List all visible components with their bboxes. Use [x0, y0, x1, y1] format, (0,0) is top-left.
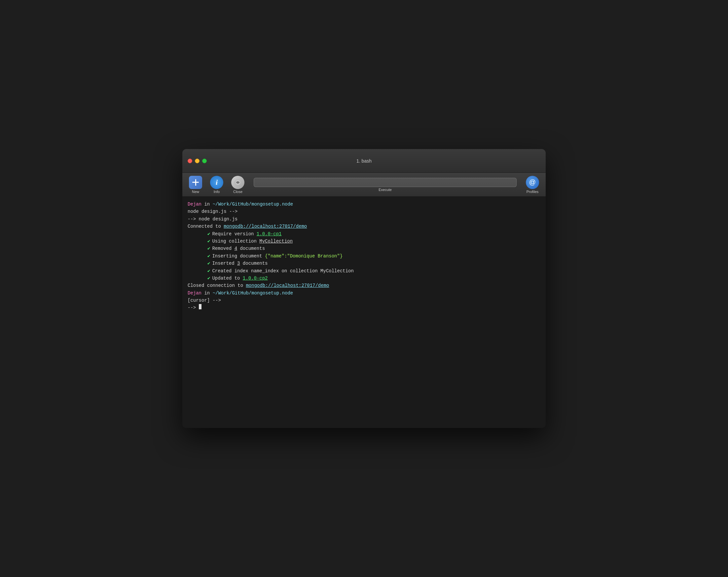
maximize-window-button[interactable] — [202, 159, 207, 163]
terminal-text: 4 — [235, 245, 237, 252]
terminal-text: 1.0.0-cp1 — [257, 230, 282, 237]
terminal-line-4: ✔ Require version 1.0.0-cp1 — [207, 230, 540, 237]
terminal-text: Updated to — [212, 275, 242, 282]
check-icon: ✔ — [207, 252, 210, 260]
check-icon: ✔ — [207, 230, 210, 237]
terminal-text: MyCollection — [259, 237, 293, 245]
terminal-text: {"name":"Domonique Branson"} — [265, 252, 342, 260]
terminal-text: Inserting document — [212, 252, 265, 260]
info-label: Info — [214, 190, 220, 194]
terminal-line-12: Dejan in ~/Work/GitHub/mongosetup.node — [188, 290, 540, 297]
check-icon: ✔ — [207, 237, 210, 245]
terminal-line-5: ✔ Using collection MyCollection — [207, 237, 540, 245]
terminal-text: Inserted — [212, 260, 237, 267]
terminal-line-6: ✔ Removed 4 documents — [207, 245, 540, 252]
terminal-line-2: --> node design.js — [188, 216, 540, 223]
terminal-text: Closed connection to — [188, 282, 246, 289]
toolbar: New i Info Close Execute @ Profiles — [182, 173, 546, 197]
terminal-text: mongodb://localhost:27017/demo — [246, 282, 329, 289]
terminal-text: Require version — [212, 230, 256, 237]
titlebar: 1. bash — [182, 149, 546, 173]
close-label: Close — [233, 190, 242, 194]
terminal-text: documents — [237, 245, 265, 252]
info-button[interactable]: i Info — [207, 175, 226, 195]
new-button[interactable]: New — [186, 175, 205, 195]
check-icon: ✔ — [207, 267, 210, 275]
terminal-cursor — [199, 304, 202, 309]
terminal-line-8: ✔ Inserted 3 documents — [207, 260, 540, 267]
terminal-text: --> — [188, 304, 199, 311]
terminal-text: Created index name_index on collection M… — [212, 267, 354, 275]
terminal-text: Dejan — [188, 290, 202, 297]
terminal-line-13: --> — [188, 304, 540, 311]
terminal-text: in — [202, 201, 213, 208]
profiles-label: Profiles — [526, 190, 539, 194]
terminal-line-1: Dejan in ~/Work/GitHub/mongosetup.node — [188, 201, 540, 208]
info-icon: i — [210, 176, 223, 189]
terminal-line-3: Connected to mongodb://localhost:27017/d… — [188, 223, 540, 230]
terminal-text: in — [202, 290, 213, 297]
minimize-window-button[interactable] — [195, 159, 200, 163]
terminal-text: Removed — [212, 245, 234, 252]
terminal-text: ~/Work/GitHub/mongosetup.node — [213, 201, 293, 208]
new-icon — [189, 176, 202, 189]
terminal-text: ~/Work/GitHub/mongosetup.node — [213, 290, 293, 297]
terminal-window: 1. bash New i Info Close Execut — [182, 149, 546, 428]
close-icon — [231, 176, 244, 189]
terminal-line-11: Closed connection to mongodb://localhost… — [188, 282, 540, 289]
check-icon: ✔ — [207, 260, 210, 267]
traffic-lights — [188, 159, 207, 163]
terminal-text: Using collection — [212, 237, 259, 245]
window-title: 1. bash — [357, 158, 371, 164]
new-label: New — [192, 190, 199, 194]
execute-label: Execute — [379, 188, 392, 192]
terminal-text: Connected to — [188, 223, 224, 230]
terminal-line-9: ✔ Created index name_index on collection… — [207, 267, 540, 275]
terminal-text: 3 — [237, 260, 240, 267]
terminal-line-10: ✔ Updated to 1.0.0-cp2 — [207, 275, 540, 282]
terminal-text: 1.0.0-cp2 — [243, 275, 268, 282]
terminal-text: documents — [240, 260, 267, 267]
close-window-button[interactable] — [188, 159, 192, 163]
terminal-text: Dejan — [188, 201, 202, 208]
execute-col: Execute — [254, 178, 517, 192]
terminal-text: --> node design.js — [188, 216, 237, 223]
check-icon: ✔ — [207, 245, 210, 252]
profiles-button[interactable]: @ Profiles — [523, 175, 542, 195]
terminal-text: mongodb://localhost:27017/demo — [224, 223, 307, 230]
svg-point-1 — [237, 182, 238, 183]
terminal-line-7: ✔ Inserting document {"name":"Domonique … — [207, 252, 540, 260]
execute-input[interactable] — [254, 178, 517, 187]
close-button[interactable]: Close — [229, 175, 247, 195]
terminal-output[interactable]: Dejan in ~/Work/GitHub/mongosetup.node n… — [182, 197, 546, 428]
profiles-icon: @ — [526, 176, 539, 189]
check-icon: ✔ — [207, 275, 210, 282]
